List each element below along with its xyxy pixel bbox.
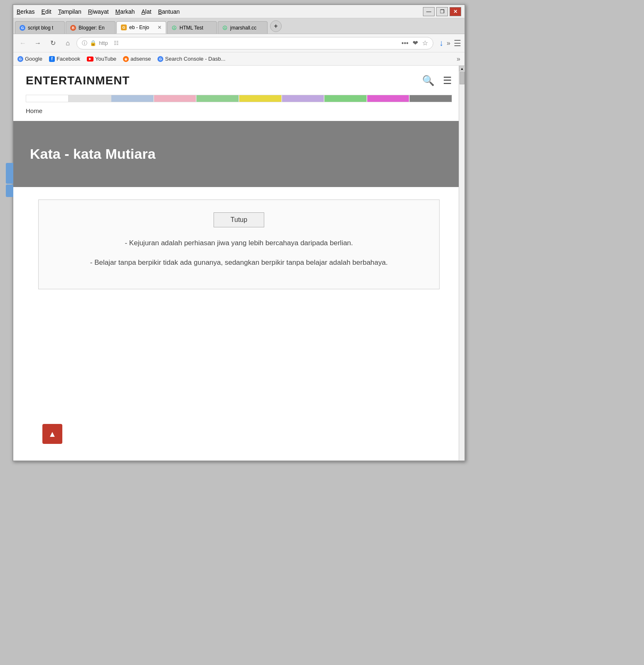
bookmarks-more-icon[interactable]: »	[457, 55, 460, 63]
color-seg-10	[409, 95, 452, 102]
tab5-favicon: ☮	[222, 25, 228, 31]
tab1-label: script blog t	[28, 25, 53, 31]
tab2-favicon: B	[70, 25, 76, 31]
site-header: ENTERTAINMENT 🔍 ☰	[13, 66, 465, 91]
new-tab-button[interactable]: +	[270, 20, 282, 32]
bookmark-facebook[interactable]: f Facebook	[49, 56, 80, 62]
side-tabs	[6, 163, 13, 197]
content-card: Tutup - Kejujuran adalah perhiasan jiwa …	[38, 200, 440, 289]
reader-icon: ☷	[114, 40, 119, 46]
tab5-label: jmarshall.cc	[230, 25, 256, 31]
color-seg-4	[154, 95, 197, 102]
color-seg-9	[367, 95, 410, 102]
tab2-label: Blogger: En	[79, 25, 105, 31]
tab-eb-enjoy[interactable]: G eb - Enjo ✕	[116, 21, 166, 34]
tab-script-blog[interactable]: G script blog t	[15, 21, 65, 34]
reload-button[interactable]: ↻	[47, 37, 59, 49]
menu-icon[interactable]: ☰	[454, 38, 461, 48]
tab1-favicon: G	[20, 25, 25, 31]
home-button[interactable]: ⌂	[61, 37, 74, 49]
address-input[interactable]: ⓘ 🔒 http ☷ ••• ❤ ☆	[76, 37, 433, 49]
tab3-favicon: G	[121, 25, 127, 30]
nav-home[interactable]: Home	[26, 107, 42, 114]
color-seg-6	[239, 95, 282, 102]
tab-jmarshall[interactable]: ☮ jmarshall.cc	[218, 21, 268, 34]
menu-riwayat[interactable]: Riwayat	[88, 8, 109, 15]
pocket-icon[interactable]: ❤	[413, 39, 418, 47]
scrollbar-up-arrow[interactable]: ▲	[459, 66, 465, 71]
youtube-bm-label: YouTube	[95, 56, 116, 62]
menu-edit[interactable]: Edit	[42, 8, 52, 15]
menu-items: Berkas Edit Tampilan Riwayat Markah Alat…	[17, 8, 180, 15]
bookmark-google[interactable]: G Google	[17, 56, 42, 62]
menu-tampilan[interactable]: Tampilan	[58, 8, 81, 15]
star-icon[interactable]: ☆	[422, 39, 428, 47]
hamburger-menu-icon[interactable]: ☰	[443, 75, 452, 86]
adsense-bm-icon: ◉	[123, 56, 129, 62]
site-logo: ENTERTAINMENT	[26, 74, 130, 87]
color-seg-5	[196, 95, 239, 102]
menu-berkas[interactable]: Berkas	[17, 8, 35, 15]
info-icon: ⓘ	[82, 39, 87, 47]
browser-window: Berkas Edit Tampilan Riwayat Markah Alat…	[12, 4, 465, 461]
url-text[interactable]: http	[99, 40, 108, 46]
quote-1: - Kejujuran adalah perhiasan jiwa yang l…	[55, 237, 423, 249]
color-seg-2	[69, 95, 111, 102]
tab-html-test[interactable]: ☮ HTML Test	[167, 21, 217, 34]
menu-alat[interactable]: Alat	[141, 8, 151, 15]
tab3-close[interactable]: ✕	[157, 25, 162, 30]
youtube-bm-icon: ▶	[87, 57, 93, 62]
facebook-bm-label: Facebook	[57, 56, 80, 62]
color-seg-3	[111, 95, 154, 102]
hero-banner: Kata - kata Mutiara	[13, 121, 465, 187]
tab-blogger[interactable]: B Blogger: En	[66, 21, 116, 34]
bookmark-adsense[interactable]: ◉ adsense	[123, 56, 151, 62]
site-nav: Home	[13, 106, 465, 121]
color-seg-7	[282, 95, 324, 102]
page-content: ENTERTAINMENT 🔍 ☰ Home Kata - kata Muti	[13, 66, 465, 461]
download-icon[interactable]: ↓	[439, 38, 443, 48]
bookmark-youtube[interactable]: ▶ YouTube	[87, 56, 116, 62]
tab4-favicon: ☮	[172, 25, 177, 31]
google-bm-label: Google	[25, 56, 42, 62]
scroll-top-button[interactable]: ▲	[42, 424, 62, 444]
side-tab-2[interactable]	[6, 185, 13, 197]
window-controls: — ❐ ✕	[423, 7, 461, 16]
menu-bar: Berkas Edit Tampilan Riwayat Markah Alat…	[13, 5, 465, 18]
tab4-label: HTML Test	[179, 25, 203, 31]
back-button[interactable]: ←	[17, 37, 29, 49]
google-bm-icon: G	[17, 56, 23, 62]
forward-button[interactable]: →	[32, 37, 44, 49]
search-console-bm-label: Search Console - Dasb...	[165, 56, 225, 62]
close-button[interactable]: ✕	[450, 7, 461, 16]
menu-bantuan[interactable]: Bantuan	[158, 8, 179, 15]
color-seg-8	[324, 95, 367, 102]
tab3-label: eb - Enjo	[129, 25, 149, 30]
browser-scrollbar[interactable]: ▲	[459, 66, 465, 461]
search-icon[interactable]: 🔍	[422, 75, 435, 86]
side-tab-1[interactable]	[6, 163, 13, 184]
color-bar	[26, 95, 452, 102]
address-bar-row: ← → ↻ ⌂ ⓘ 🔒 http ☷ ••• ❤ ☆ ↓ » ☰	[13, 34, 465, 52]
lock-icon: 🔒	[90, 40, 96, 46]
maximize-button[interactable]: ❐	[436, 7, 448, 16]
scrollbar-thumb[interactable]	[460, 72, 465, 84]
bookmark-search-console[interactable]: G Search Console - Dasb...	[157, 56, 225, 62]
quote-2: - Belajar tanpa berpikir tidak ada gunan…	[55, 257, 423, 268]
tab-bar: G script blog t B Blogger: En G eb - Enj…	[13, 18, 465, 34]
minimize-button[interactable]: —	[423, 7, 435, 16]
color-seg-1	[26, 95, 69, 102]
adsense-bm-label: adsense	[130, 56, 151, 62]
more-options-icon[interactable]: »	[447, 39, 450, 47]
address-extra-icons: ↓ » ☰	[439, 38, 461, 48]
tutup-button[interactable]: Tutup	[214, 212, 264, 227]
hero-title: Kata - kata Mutiara	[30, 146, 448, 162]
facebook-bm-icon: f	[49, 56, 55, 62]
menu-markah[interactable]: Markah	[116, 8, 135, 15]
bookmarks-bar: G Google f Facebook ▶ YouTube ◉ adsense …	[13, 52, 465, 66]
search-console-bm-icon: G	[157, 56, 163, 62]
more-icon[interactable]: •••	[401, 39, 408, 47]
header-icons: 🔍 ☰	[422, 75, 452, 86]
